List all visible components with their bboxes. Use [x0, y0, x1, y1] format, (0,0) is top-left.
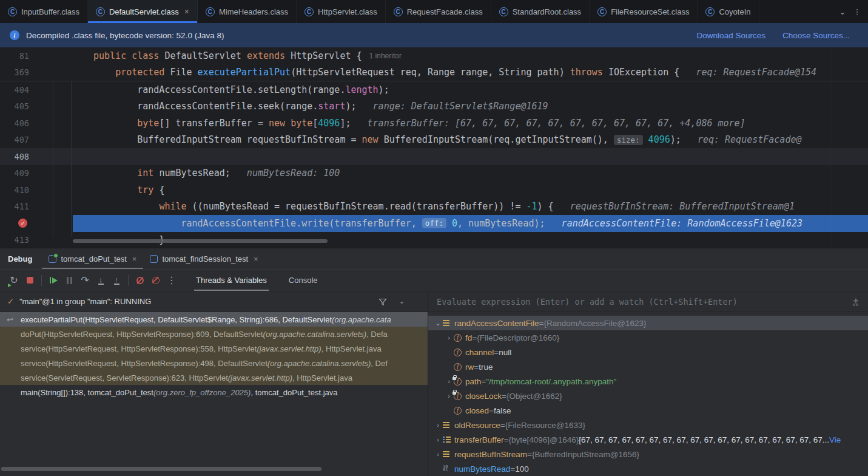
code-text[interactable]: protected File executePartialPut(HttpSer…: [73, 64, 868, 81]
editor-tab-bar: CInputBuffer.classCDefaultServlet.class×…: [0, 0, 868, 23]
class-icon: C: [8, 7, 17, 16]
debugger-inline-hint: req: RequestFacade@154: [679, 67, 816, 78]
field-icon: f: [454, 363, 465, 371]
code-text[interactable]: randAccessContentFile.seek(range.start);…: [73, 98, 868, 115]
view-link[interactable]: Vie: [829, 435, 841, 444]
chevron-right-icon[interactable]: ›: [433, 450, 443, 458]
editor-gutter[interactable]: 405: [0, 98, 73, 115]
chevron-right-icon[interactable]: ›: [444, 334, 454, 341]
code-text[interactable]: try {: [73, 182, 868, 199]
variable-row-rw[interactable]: frw = true: [428, 359, 868, 374]
filter-funnel-icon[interactable]: [378, 298, 387, 306]
line-number: 413: [0, 235, 29, 245]
view-breakpoints-icon[interactable]: [148, 273, 164, 288]
step-out-icon[interactable]: ↑: [109, 273, 124, 288]
add-watch-icon[interactable]: [851, 297, 861, 307]
variable-row-channel[interactable]: fchannel = null: [428, 345, 868, 359]
editor-horizontal-scrollbar[interactable]: [73, 239, 328, 243]
variable-row-fd[interactable]: ›ffd = {FileDescriptor@1660}: [428, 330, 868, 345]
step-over-icon[interactable]: ↷: [77, 273, 93, 288]
code-text[interactable]: while ((numBytesRead = requestBufInStrea…: [73, 199, 868, 216]
choose-sources-link[interactable]: Choose Sources...: [782, 31, 850, 40]
chevron-right-icon[interactable]: ›: [433, 436, 443, 443]
tab-label: DefaultServlet.class: [109, 7, 179, 16]
variables-panel: Evaluate expression (Enter) or add a wat…: [428, 291, 868, 476]
variable-row-requestbufinstream[interactable]: ›requestBufInStream = {BufferedInputStre…: [428, 447, 868, 461]
pause-icon[interactable]: [61, 273, 77, 288]
variable-name: transferBuffer: [454, 435, 504, 444]
editor-gutter[interactable]: 413: [0, 232, 73, 249]
chevron-right-icon[interactable]: ›: [433, 421, 443, 429]
toolbar-separator: [41, 275, 42, 286]
code-text[interactable]: [73, 148, 868, 165]
editor-tab-standardroot-class[interactable]: CStandardRoot.class: [491, 0, 590, 23]
thread-row[interactable]: ✓ "main"@1 in group "main": RUNNING ⌄: [0, 291, 428, 312]
variable-row-numbytesread[interactable]: 1001numBytesRead = 100: [428, 461, 868, 476]
stack-frame[interactable]: main(String[]):138, tomcat_doPut_test (o…: [0, 385, 428, 399]
stack-frame[interactable]: service(HttpServletRequest, HttpServletR…: [0, 356, 428, 370]
editor-gutter[interactable]: 404: [0, 81, 73, 98]
tab-console[interactable]: Console: [287, 270, 320, 291]
variable-row-closed[interactable]: fclosed = false: [428, 403, 868, 418]
evaluate-expression-input[interactable]: Evaluate expression (Enter) or add a wat…: [428, 291, 868, 312]
editor-tab-defaultservlet-class[interactable]: CDefaultServlet.class×: [88, 0, 198, 23]
breakpoint-icon[interactable]: ✓: [18, 219, 27, 228]
toolbar-separator: [128, 275, 129, 286]
code-text[interactable]: randAccessContentFile.write(transferBuff…: [73, 215, 868, 232]
download-sources-link[interactable]: Download Sources: [697, 31, 765, 40]
frames-horizontal-scrollbar[interactable]: [1, 467, 321, 471]
step-into-icon[interactable]: ↓: [93, 273, 109, 288]
stack-frame[interactable]: service(HttpServletRequest, HttpServletR…: [0, 341, 428, 356]
code-editor: 81public class DefaultServlet extends Ht…: [0, 47, 868, 248]
editor-tab-requestfacade-class[interactable]: CRequestFacade.class: [386, 0, 491, 23]
chevron-down-icon[interactable]: ⌄: [399, 298, 405, 305]
code-text[interactable]: randAccessContentFile.setLength(range.le…: [73, 81, 868, 98]
stack-frame[interactable]: ↩executePartialPut(HttpServletRequest, D…: [0, 312, 428, 327]
editor-gutter[interactable]: 410: [0, 182, 73, 199]
more-icon[interactable]: ⋮: [164, 273, 180, 288]
variable-row-closelock[interactable]: ›fcloseLock = {Object@1662}: [428, 389, 868, 403]
code-text[interactable]: byte[] transferBuffer = new byte[4096]; …: [73, 115, 868, 132]
editor-tab-fileresourceset-class[interactable]: CFileResourceSet.class: [590, 0, 698, 23]
resume-icon[interactable]: [45, 273, 61, 288]
session-tab-tomcat-findsession-test[interactable]: tomcat_findSession_test×: [143, 248, 264, 269]
editor-gutter[interactable]: ✓: [0, 215, 73, 232]
code-text[interactable]: BufferedInputStream requestBufInStream =…: [73, 132, 868, 149]
editor-tab-coyotein[interactable]: CCoyoteIn: [698, 0, 759, 23]
editor-tab-httpservlet-class[interactable]: CHttpServlet.class: [297, 0, 386, 23]
close-icon[interactable]: ×: [254, 254, 258, 264]
editor-gutter[interactable]: 407: [0, 132, 73, 149]
editor-tab-inputbuffer-class[interactable]: CInputBuffer.class: [0, 0, 88, 23]
close-icon[interactable]: ×: [184, 7, 189, 16]
session-tab-tomcat-doput-test[interactable]: tomcat_doPut_test×: [42, 248, 143, 269]
editor-gutter[interactable]: 369: [0, 64, 73, 81]
variable-row-oldresource[interactable]: ›oldResource = {FileResource@1633}: [428, 418, 868, 432]
editor-gutter[interactable]: 81: [0, 47, 73, 64]
close-icon[interactable]: ×: [132, 254, 137, 264]
frames-panel: ✓ "main"@1 in group "main": RUNNING ⌄ ↩e…: [0, 291, 428, 476]
variable-row-transferbuffer[interactable]: ›transferBuffer = {byte[4096]@1646} [67,…: [428, 432, 868, 447]
stack-frame[interactable]: doPut(HttpServletRequest, HttpServletRes…: [0, 327, 428, 341]
code-text[interactable]: public class DefaultServlet extends Http…: [73, 47, 868, 64]
mute-breakpoints-icon[interactable]: [132, 273, 148, 288]
tab-threads-variables[interactable]: Threads & Variables: [194, 270, 269, 291]
line-number: 81: [0, 51, 29, 61]
kebab-menu-icon[interactable]: ⋮: [851, 7, 863, 16]
chevron-down-icon[interactable]: ⌄: [836, 7, 849, 16]
editor-gutter[interactable]: 409: [0, 165, 73, 182]
editor-tab-mimeheaders-class[interactable]: CMimeHeaders.class: [198, 0, 297, 23]
field-icon: f: [454, 348, 465, 356]
stop-icon[interactable]: [22, 273, 38, 288]
variable-row-randaccesscontentfile[interactable]: ⌄randAccessContentFile = {RandomAccessFi…: [428, 316, 868, 330]
stack-frame[interactable]: service(ServletRequest, ServletResponse)…: [0, 370, 428, 385]
code-line: ✓ randAccessContentFile.write(transferBu…: [0, 215, 868, 232]
code-text[interactable]: int numBytesRead; numBytesRead: 100: [73, 165, 868, 182]
editor-gutter[interactable]: 408: [0, 148, 73, 165]
editor-gutter[interactable]: 411: [0, 199, 73, 216]
code-vision-hint[interactable]: 1 inheritor: [369, 52, 402, 60]
editor-gutter[interactable]: 406: [0, 115, 73, 132]
variable-row-path[interactable]: ›fpath = "/tmp/tomcat-root/.anypath.anyp…: [428, 374, 868, 389]
rerun-icon[interactable]: ↻: [6, 273, 22, 288]
chevron-down-icon[interactable]: ⌄: [433, 319, 443, 327]
variable-value: {FileResource@1633}: [505, 421, 585, 430]
